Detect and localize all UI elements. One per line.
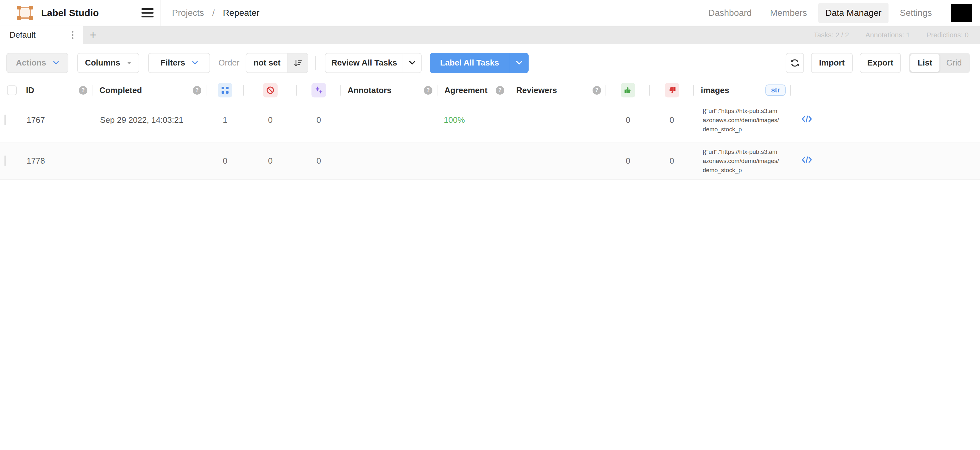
column-annotators[interactable]: Annotators ? (340, 82, 438, 99)
code-icon[interactable] (802, 156, 812, 164)
cell-annotations: 0 (206, 156, 244, 166)
view-grid-button[interactable]: Grid (939, 54, 969, 72)
label-all-tasks-button[interactable]: Label All Tasks (430, 53, 529, 73)
task-table: ID ? Completed ? (0, 82, 980, 180)
cell-images-url: [{"url":"https://htx-pub.s3.amazonaws.co… (703, 107, 779, 134)
breadcrumb: Projects / Repeater (172, 8, 259, 18)
cell-predictions: 0 (297, 115, 340, 125)
import-button[interactable]: Import (811, 53, 853, 73)
cancelled-annotations-icon (263, 83, 278, 97)
tab-options-kebab-icon[interactable] (70, 29, 75, 41)
breadcrumb-projects[interactable]: Projects (172, 8, 204, 18)
help-icon[interactable]: ? (424, 86, 433, 95)
cell-id: 1778 (19, 156, 92, 166)
column-annotators-label: Annotators (348, 86, 391, 95)
app-title: Label Studio (41, 8, 99, 18)
breadcrumb-separator: / (212, 8, 215, 18)
code-icon[interactable] (802, 115, 812, 123)
columns-label: Columns (85, 58, 120, 68)
table-header-row: ID ? Completed ? (0, 82, 980, 98)
top-nav: Dashboard Members Data Manager Settings (702, 3, 980, 23)
toolbar-divider (315, 56, 316, 70)
column-completed[interactable]: Completed ? (92, 82, 206, 99)
stat-annotations: Annotations: 1 (865, 31, 910, 39)
view-tab-bar: Default + Tasks: 2 / 2 Annotations: 1 Pr… (0, 26, 980, 44)
review-options-button[interactable] (402, 54, 421, 73)
annotations-icon (218, 83, 232, 97)
table-row[interactable]: 1778 0 0 0 0 0 [{"url":"https://htx-pub.… (0, 142, 980, 180)
columns-button[interactable]: Columns (77, 53, 139, 73)
cell-annotations: 1 (206, 115, 244, 125)
select-all-checkbox[interactable] (7, 86, 17, 95)
help-icon[interactable]: ? (193, 86, 201, 95)
cell-cancelled: 0 (244, 156, 297, 166)
column-id-label: ID (26, 86, 34, 95)
actions-label: Actions (16, 58, 46, 68)
order-label: Order (218, 58, 239, 68)
add-tab-button[interactable]: + (83, 26, 103, 44)
refresh-button[interactable] (786, 53, 804, 73)
table-row[interactable]: 1767 Sep 29 2022, 14:03:21 1 0 0 100% 0 … (0, 98, 980, 142)
chevron-down-icon (409, 61, 415, 65)
chevron-down-icon (53, 61, 59, 65)
label-options-button[interactable] (509, 53, 529, 73)
column-images[interactable]: images str (694, 82, 791, 99)
hamburger-menu-icon[interactable] (136, 0, 159, 26)
label-studio-logo-icon (17, 6, 33, 20)
column-type-badge: str (765, 84, 786, 96)
row-checkbox[interactable] (5, 155, 6, 166)
column-cancelled-annotations[interactable] (244, 82, 297, 99)
chevron-down-icon (192, 61, 198, 65)
export-button[interactable]: Export (860, 53, 901, 73)
import-label: Import (819, 58, 845, 68)
view-list-button[interactable]: List (910, 54, 939, 72)
cell-predictions: 0 (297, 156, 340, 166)
header-divider (160, 0, 161, 26)
order-value-button[interactable]: not set (246, 53, 308, 73)
actions-button[interactable]: Actions (6, 53, 68, 73)
sort-direction-button[interactable] (287, 54, 308, 73)
predictions-sparkles-icon (312, 83, 326, 97)
column-images-label: images (701, 86, 729, 95)
column-agreement-label: Agreement (444, 86, 487, 95)
column-agreement[interactable]: Agreement ? (438, 82, 509, 99)
column-annotations[interactable] (206, 82, 244, 99)
column-reviews-accepted[interactable] (606, 82, 650, 99)
cell-completed: Sep 29 2022, 14:03:21 (92, 115, 206, 125)
cell-reviews-rejected: 0 (650, 115, 694, 125)
stat-tasks: Tasks: 2 / 2 (814, 31, 849, 39)
column-reviews-rejected[interactable] (650, 82, 694, 99)
row-checkbox[interactable] (5, 114, 6, 125)
column-id[interactable]: ID ? (19, 82, 92, 99)
review-all-tasks-button[interactable]: Review All Tasks (325, 53, 422, 73)
chevron-down-icon (127, 61, 132, 65)
sort-icon (294, 59, 302, 67)
toolbar-right: Import Export List Grid (786, 53, 970, 73)
thumbs-down-icon (665, 83, 679, 97)
nav-settings[interactable]: Settings (893, 3, 939, 23)
tab-default[interactable]: Default (0, 26, 83, 44)
nav-data-manager[interactable]: Data Manager (818, 3, 888, 23)
nav-dashboard[interactable]: Dashboard (702, 3, 759, 23)
export-label: Export (867, 58, 893, 68)
label-all-tasks-label: Label All Tasks (430, 53, 509, 73)
cell-reviews-rejected: 0 (650, 156, 694, 166)
task-stats: Tasks: 2 / 2 Annotations: 1 Predictions:… (814, 26, 980, 44)
review-all-tasks-label: Review All Tasks (325, 54, 402, 73)
toolbar: Actions Columns Filters Order not set (0, 44, 980, 82)
column-reviewers[interactable]: Reviewers ? (509, 82, 606, 99)
filters-button[interactable]: Filters (148, 53, 210, 73)
help-icon[interactable]: ? (593, 86, 601, 95)
nav-members[interactable]: Members (763, 3, 814, 23)
help-icon[interactable]: ? (496, 86, 504, 95)
view-toggle: List Grid (909, 53, 970, 73)
thumbs-up-icon (621, 83, 635, 97)
cell-reviews-accepted: 0 (606, 156, 650, 166)
tab-default-label: Default (10, 30, 35, 40)
help-icon[interactable]: ? (79, 86, 88, 95)
app-logo[interactable]: Label Studio (0, 6, 99, 20)
refresh-icon (790, 58, 800, 68)
cell-reviews-accepted: 0 (606, 115, 650, 125)
column-predictions[interactable] (297, 82, 340, 99)
user-avatar[interactable] (951, 4, 972, 22)
